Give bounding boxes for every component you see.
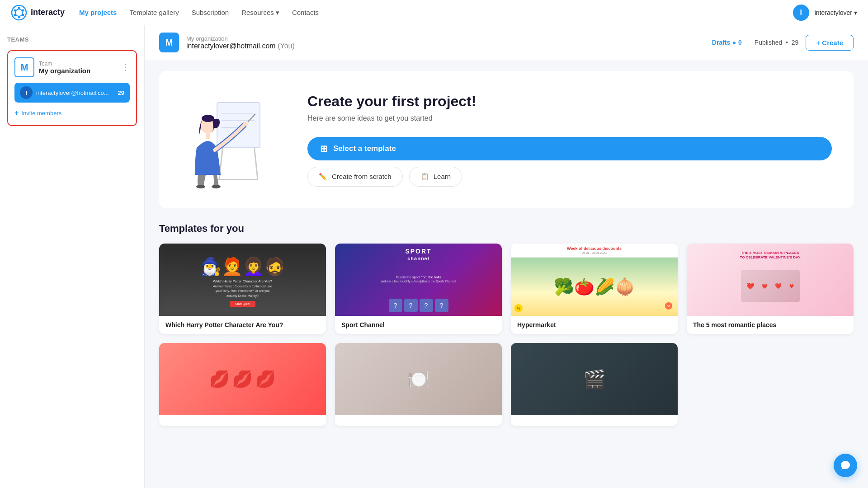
nav-resources[interactable]: Resources ▾: [241, 9, 279, 17]
team-label: Team: [39, 61, 90, 67]
logo-text: interacty: [31, 8, 65, 17]
team-menu-icon[interactable]: ⋮: [122, 62, 130, 72]
svg-point-2: [18, 7, 20, 9]
svg-point-5: [18, 16, 20, 18]
topnav-right: I interactylover ▾: [793, 5, 857, 21]
template-card[interactable]: Week of delicious discounts 04.01 - 02.0…: [511, 244, 678, 334]
template-label: The 5 most romantic places: [687, 316, 854, 334]
template-thumb-dark: 🎬: [511, 343, 678, 415]
template-thumb-valentine: THE 5 MOST ROMANTIC PLACESTO CELEBRATE V…: [687, 244, 854, 316]
sidebar: Teams M Team My organization ⋮ I interac…: [0, 25, 145, 488]
page-layout: Teams M Team My organization ⋮ I interac…: [0, 25, 868, 488]
template-thumb-harry: 🧙‍♂️🧑‍🦰👩‍🦱🧔 Which Harry Potter Character…: [159, 244, 326, 316]
hero-illustration: [181, 89, 280, 190]
nav-links: My projects Template gallery Subscriptio…: [79, 9, 793, 17]
create-button[interactable]: + Create: [806, 35, 854, 51]
template-card[interactable]: SPORTchannel Guess the sport from the ba…: [335, 244, 502, 334]
learn-button[interactable]: 📋 Learn: [409, 167, 462, 187]
templates-grid-row2: 💋 💋 💋 🍽️: [159, 343, 854, 426]
template-label-row2: [159, 415, 326, 426]
grid-icon: ⊞: [320, 143, 328, 154]
org-info: My organization interactylover@hotmail.c…: [186, 35, 705, 50]
nav-subscription[interactable]: Subscription: [192, 9, 229, 16]
published-stat[interactable]: Published • 29: [755, 39, 799, 46]
template-card-row2[interactable]: 🍽️: [335, 343, 502, 426]
template-thumb-sport: SPORTchannel Guess the sport from the ba…: [335, 244, 502, 316]
svg-point-7: [14, 9, 16, 11]
pencil-icon: ✏️: [319, 173, 327, 181]
sidebar-teams-title: Teams: [7, 36, 137, 43]
team-card: M Team My organization ⋮ I interactylove…: [7, 50, 137, 126]
topnav: interacty My projects Template gallery S…: [0, 0, 868, 25]
harry-inner: 🧙‍♂️🧑‍🦰👩‍🦱🧔 Which Harry Potter Character…: [159, 244, 326, 316]
template-thumb-lips: 💋 💋 💋: [159, 343, 326, 415]
templates-grid: 🧙‍♂️🧑‍🦰👩‍🦱🧔 Which Harry Potter Character…: [159, 244, 854, 334]
org-email-line: interactylover@hotmail.com (You): [186, 42, 705, 50]
org-email: interactylover@hotmail.com: [186, 42, 276, 50]
template-thumb-hypermarket: Week of delicious discounts 04.01 - 02.0…: [511, 244, 678, 316]
svg-point-16: [202, 115, 214, 122]
hero-title: Create your first project!: [307, 93, 832, 110]
member-email: interactylover@hotmail.co...: [36, 89, 114, 96]
content-header: M My organization interactylover@hotmail…: [145, 25, 868, 60]
team-name: My organization: [39, 67, 90, 75]
hero-subtitle: Here are some ideas to get you started: [307, 114, 832, 122]
main-content: M My organization interactylover@hotmail…: [145, 25, 868, 488]
svg-rect-17: [206, 132, 210, 139]
template-label-row2: [511, 415, 678, 426]
svg-point-3: [22, 9, 24, 11]
template-label: Which Harry Potter Character Are You?: [159, 316, 326, 334]
template-card-row2[interactable]: 🎬: [511, 343, 678, 426]
org-initial-box: M: [159, 33, 179, 52]
header-stats: Drafts 0 Published • 29: [712, 39, 799, 46]
book-icon: 📋: [420, 173, 429, 181]
team-m-box: M: [14, 57, 34, 77]
chevron-down-icon: ▾: [276, 9, 279, 17]
secondary-actions: ✏️ Create from scratch 📋 Learn: [307, 167, 832, 187]
nav-template-gallery[interactable]: Template gallery: [129, 9, 179, 16]
plus-icon: +: [14, 109, 19, 117]
svg-point-4: [22, 14, 24, 16]
hero-actions: ⊞ Select a template ✏️ Create from scrat…: [307, 137, 832, 187]
member-count: 29: [118, 89, 124, 96]
user-name-display[interactable]: interactylover ▾: [815, 9, 857, 16]
nav-my-projects[interactable]: My projects: [79, 9, 117, 16]
hero-text: Create your first project! Here are some…: [307, 93, 832, 187]
select-template-button[interactable]: ⊞ Select a template: [307, 137, 832, 160]
invite-label: Invite members: [21, 110, 61, 117]
svg-point-6: [14, 14, 16, 16]
invite-members-button[interactable]: + Invite members: [14, 107, 130, 119]
hero-section: Create your first project! Here are some…: [159, 71, 854, 208]
drafts-stat[interactable]: Drafts 0: [712, 39, 742, 46]
svg-point-21: [212, 185, 221, 188]
create-from-scratch-button[interactable]: ✏️ Create from scratch: [307, 167, 403, 187]
template-card[interactable]: THE 5 MOST ROMANTIC PLACESTO CELEBRATE V…: [687, 244, 854, 334]
org-name: My organization: [186, 35, 705, 42]
org-you: (You): [278, 42, 295, 50]
team-card-header: M Team My organization ⋮: [14, 57, 130, 77]
member-row[interactable]: I interactylover@hotmail.co... 29: [14, 83, 130, 103]
team-details: Team My organization: [39, 61, 90, 75]
template-label: Hypermarket: [511, 316, 678, 334]
template-card-row2[interactable]: 💋 💋 💋: [159, 343, 326, 426]
svg-point-1: [15, 9, 23, 16]
user-avatar[interactable]: I: [793, 5, 809, 21]
templates-section: Templates for you 🧙‍♂️🧑‍🦰👩‍🦱🧔 Which Harr…: [145, 219, 868, 441]
team-card-info: M Team My organization: [14, 57, 90, 77]
template-label: Sport Channel: [335, 316, 502, 334]
member-avatar: I: [20, 86, 33, 99]
nav-contacts[interactable]: Contacts: [292, 9, 319, 16]
logo[interactable]: interacty: [11, 5, 65, 21]
template-card[interactable]: 🧙‍♂️🧑‍🦰👩‍🦱🧔 Which Harry Potter Character…: [159, 244, 326, 334]
template-thumb-food: 🍽️: [335, 343, 502, 415]
templates-section-title: Templates for you: [159, 223, 854, 235]
stat-dot: [733, 42, 736, 44]
svg-point-20: [196, 185, 205, 188]
chat-bubble-button[interactable]: [834, 454, 857, 477]
template-label-row2: [335, 415, 502, 426]
svg-point-18: [243, 122, 248, 126]
